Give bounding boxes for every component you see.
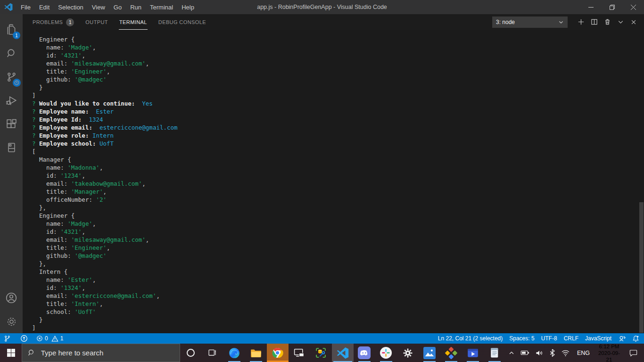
- taskbar-app-settings[interactable]: [397, 344, 419, 362]
- close-window-button[interactable]: [623, 0, 644, 14]
- taskbar-app-connect[interactable]: [289, 344, 310, 362]
- eol-status[interactable]: CRLF: [564, 335, 578, 342]
- menu-selection[interactable]: Selection: [54, 0, 87, 14]
- terminal-line: ? Would you like to continue: Yes: [32, 99, 644, 107]
- terminal-line: name: 'Madge',: [32, 43, 644, 51]
- system-tray: ENG 6:12 PM 2020-09-21: [505, 344, 644, 362]
- terminal-line: title: 'Manager',: [32, 188, 644, 196]
- terminal-line: ? Employee Id: 1324: [32, 115, 644, 123]
- kill-terminal-button[interactable]: [601, 16, 614, 28]
- taskbar-search[interactable]: [22, 344, 180, 362]
- sidebar-item-source-control[interactable]: [0, 65, 23, 89]
- terminal-line: Intern {: [32, 268, 644, 276]
- search-input[interactable]: [41, 349, 174, 357]
- action-center-button[interactable]: [624, 344, 644, 362]
- speaker-icon: [535, 349, 544, 357]
- task-view-icon: [207, 348, 217, 358]
- window-title: app.js - RobinProfileGenApp - Visual Stu…: [257, 0, 387, 14]
- taskbar-app-file-explorer[interactable]: [245, 344, 267, 362]
- restore-button[interactable]: [602, 0, 623, 14]
- sidebar-item-manage[interactable]: [0, 310, 23, 333]
- explorer-badge: 1: [13, 32, 20, 39]
- feedback-button[interactable]: [618, 335, 626, 342]
- sidebar-item-notebook[interactable]: [0, 136, 23, 159]
- language-indicator[interactable]: ENG: [573, 344, 594, 362]
- taskbar-app-chrome[interactable]: [267, 344, 289, 362]
- bluetooth-indicator[interactable]: [546, 344, 558, 362]
- terminal-line: id: '1324',: [32, 284, 644, 292]
- run-debug-icon: [5, 94, 17, 107]
- taskbar-app-paint3d[interactable]: [440, 344, 462, 362]
- settings-gear-icon: [402, 347, 413, 359]
- encoding-status[interactable]: UTF-8: [541, 335, 557, 342]
- taskbar-app-notepad[interactable]: [484, 344, 505, 362]
- tray-overflow-button[interactable]: [505, 344, 518, 362]
- menu-file[interactable]: File: [17, 0, 35, 14]
- notifications-button[interactable]: [632, 335, 639, 342]
- terminal-line: school: 'UofT': [32, 308, 644, 316]
- sidebar-item-search[interactable]: [0, 41, 23, 65]
- terminal-line: Engineer {: [32, 35, 644, 43]
- menu-view[interactable]: View: [88, 0, 109, 14]
- connect-icon: [293, 347, 305, 359]
- sidebar-item-accounts[interactable]: [0, 286, 23, 310]
- terminal-line: title: 'Engineer',: [32, 67, 644, 75]
- taskbar-app-movies-tv[interactable]: [462, 344, 484, 362]
- menu-terminal[interactable]: Terminal: [146, 0, 177, 14]
- panel-header: PROBLEMS1OUTPUTTERMINALDEBUG CONSOLE 3: …: [23, 14, 644, 30]
- split-terminal-button[interactable]: [587, 16, 601, 28]
- publish-changes-button[interactable]: [20, 335, 28, 342]
- git-branch-button[interactable]: [4, 335, 11, 342]
- taskbar-app-cortana[interactable]: [180, 344, 202, 362]
- terminal-scrollbar[interactable]: [639, 202, 644, 333]
- minimize-button[interactable]: [580, 0, 602, 14]
- cursor-position[interactable]: Ln 22, Col 21 (2 selected): [438, 335, 503, 342]
- discord-icon: [358, 346, 371, 359]
- menu-help[interactable]: Help: [177, 0, 198, 14]
- tab-debug-console[interactable]: DEBUG CONSOLE: [158, 14, 206, 30]
- chrome-icon: [272, 347, 283, 359]
- desktop: FileEditSelectionViewGoRunTerminalHelp a…: [0, 0, 644, 362]
- sidebar-item-explorer[interactable]: 1: [0, 18, 23, 41]
- tab-terminal[interactable]: TERMINAL: [119, 14, 148, 30]
- terminal-picker[interactable]: 3: node: [492, 16, 568, 28]
- hide-panel-button[interactable]: [614, 16, 627, 28]
- taskbar-app-edge[interactable]: [223, 344, 245, 362]
- menu-go[interactable]: Go: [109, 0, 126, 14]
- movies-tv-icon: [467, 347, 479, 359]
- menu-run[interactable]: Run: [126, 0, 146, 14]
- sidebar-item-extensions[interactable]: [0, 112, 23, 136]
- clock[interactable]: 6:12 PM 2020-09-21: [594, 343, 624, 362]
- taskbar-app-discord[interactable]: [354, 344, 375, 362]
- taskbar-app-photos[interactable]: [419, 344, 440, 362]
- indentation-status[interactable]: Spaces: 5: [509, 335, 534, 342]
- taskbar-app-admin-tools[interactable]: [310, 344, 332, 362]
- menu-bar: FileEditSelectionViewGoRunTerminalHelp: [17, 0, 198, 14]
- volume-indicator[interactable]: [532, 344, 546, 362]
- bell-icon: [632, 335, 639, 342]
- taskbar-app-vscode[interactable]: [332, 344, 354, 362]
- terminal-line: email: 'milesaway@gmail.com',: [32, 59, 644, 67]
- terminal-viewport[interactable]: Engineer { name: 'Madge', id: '4321', em…: [23, 30, 644, 333]
- bluetooth-icon: [549, 349, 555, 357]
- problems-button[interactable]: 0 1: [36, 335, 63, 342]
- menu-edit[interactable]: Edit: [35, 0, 54, 14]
- photos-icon: [423, 347, 436, 359]
- terminal-output: Engineer { name: 'Madge', id: '4321', em…: [32, 35, 644, 332]
- start-button[interactable]: [0, 344, 22, 362]
- vscode-icon: [337, 347, 349, 359]
- language-mode[interactable]: JavaScript: [585, 335, 611, 342]
- main-area: 1: [0, 14, 644, 333]
- new-terminal-button[interactable]: [574, 16, 587, 28]
- tab-output[interactable]: OUTPUT: [85, 14, 108, 30]
- tab-problems[interactable]: PROBLEMS1: [32, 14, 74, 30]
- slack-icon: [380, 346, 392, 359]
- sidebar-item-run-debug[interactable]: [0, 89, 23, 112]
- wifi-indicator[interactable]: [558, 344, 573, 362]
- taskbar-app-task-view[interactable]: [202, 344, 223, 362]
- battery-icon: [520, 349, 529, 356]
- git-branch-icon: [4, 335, 11, 342]
- battery-indicator[interactable]: [518, 344, 532, 362]
- taskbar-app-slack[interactable]: [375, 344, 397, 362]
- close-panel-button[interactable]: [627, 16, 640, 28]
